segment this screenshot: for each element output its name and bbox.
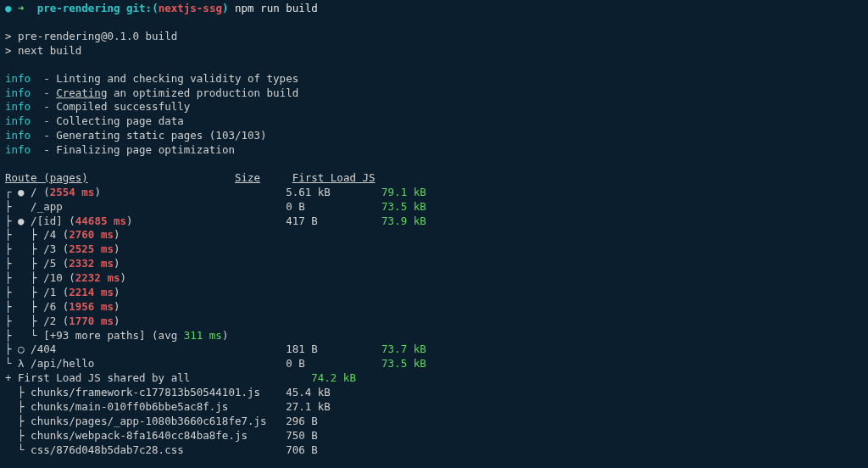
route-child-row: ├ ├ /4 (2760 ms)	[0, 228, 868, 242]
prompt-dot-icon: ●	[5, 2, 12, 14]
prompt-arrow-icon: ➜	[18, 2, 25, 14]
prompt-branch: nextjs-ssg	[159, 2, 222, 14]
shared-header: + First Load JS shared by all 74.2 kB	[0, 371, 868, 386]
info-line: info - Linting and checking validity of …	[0, 72, 868, 86]
route-child-row: ├ ├ /6 (1956 ms)	[0, 300, 868, 315]
route-row: ├ ○ /404 181 B 73.7 kB	[0, 343, 868, 357]
shared-chunk-row: ├ chunks/framework-c177813b50544101.js 4…	[0, 386, 868, 400]
prompt-dir: pre-rendering	[37, 2, 120, 14]
route-row: ├ ● /[id] (44685 ms) 417 B 73.9 kB	[0, 214, 868, 229]
route-child-row: ├ ├ /3 (2525 ms)	[0, 242, 868, 257]
info-line: info - Finalizing page optimization	[0, 143, 868, 158]
prompt-git-close: )	[222, 2, 229, 14]
info-line: info - Creating an optimized production …	[0, 86, 868, 101]
route-child-row: ├ ├ /2 (1770 ms)	[0, 315, 868, 329]
npm-output-line: > next build	[0, 44, 868, 58]
more-paths-line: ├ └ [+93 more paths] (avg 311 ms)	[0, 329, 868, 343]
info-line: info - Generating static pages (103/103)	[0, 129, 868, 143]
shared-chunk-row: ├ chunks/main-010ff0b6bbe5ac8f.js 27.1 k…	[0, 400, 868, 415]
route-row: └ λ /api/hello 0 B 73.5 kB	[0, 357, 868, 371]
npm-output-line: > pre-rendering@0.1.0 build	[0, 30, 868, 44]
route-row: ┌ ● / (2554 ms) 5.61 kB 79.1 kB	[0, 186, 868, 200]
info-line: info - Compiled successfully	[0, 100, 868, 114]
table-header: Route (pages) Size First Load JS	[0, 171, 868, 186]
shared-chunk-row: ├ chunks/webpack-8fa1640cc84ba8fe.js 750…	[0, 429, 868, 443]
shared-chunk-row: ├ chunks/pages/_app-1080b3660c618fe7.js …	[0, 415, 868, 429]
route-child-row: ├ ├ /1 (2214 ms)	[0, 286, 868, 300]
shell-prompt[interactable]: ● ➜ pre-rendering git:(nextjs-ssg) npm r…	[0, 2, 868, 16]
route-row: ├ /_app 0 B 73.5 kB	[0, 200, 868, 214]
route-child-row: ├ ├ /5 (2332 ms)	[0, 257, 868, 271]
info-line: info - Collecting page data	[0, 114, 868, 129]
prompt-git-label: git:(	[126, 2, 159, 14]
route-child-row: ├ ├ /10 (2232 ms)	[0, 271, 868, 286]
prompt-command: npm run build	[235, 2, 318, 14]
shared-chunk-row: └ css/876d048b5dab7c28.css 706 B	[0, 443, 868, 458]
